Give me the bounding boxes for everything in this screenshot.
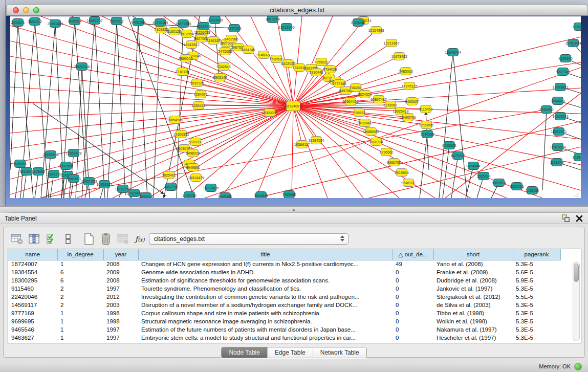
- table-cell[interactable]: 5.3E-5: [513, 260, 560, 268]
- table-row[interactable]: 946362711997Embryonic stem cells: a mode…: [8, 334, 560, 342]
- graph-node[interactable]: 9498222: [186, 149, 200, 157]
- table-cell[interactable]: Estimation of the future numbers of pati…: [138, 325, 393, 334]
- table-row[interactable]: 911546021997Tourette syndrome. Phenomeno…: [8, 285, 560, 293]
- delete-table-icon[interactable]: [99, 233, 113, 245]
- graph-node[interactable]: 19384554: [308, 137, 324, 144]
- table-row[interactable]: 1830029562008Estimation of significance …: [8, 276, 560, 285]
- table-cell[interactable]: 1997: [103, 334, 138, 342]
- graph-node[interactable]: 7294071: [193, 91, 207, 98]
- table-cell[interactable]: 0: [393, 276, 433, 285]
- graph-node[interactable]: 20691406: [47, 20, 63, 28]
- graph-node[interactable]: 9097588: [59, 162, 73, 170]
- table-cell[interactable]: 1: [57, 317, 103, 325]
- graph-node[interactable]: 16033809: [207, 16, 223, 24]
- graph-node[interactable]: 9474444: [466, 162, 480, 170]
- graph-node[interactable]: 9546332: [401, 179, 415, 187]
- table-cell[interactable]: Dudbridge et al. (2008): [433, 276, 513, 285]
- graph-node[interactable]: 9777169: [332, 80, 346, 87]
- graph-node[interactable]: 1640953: [420, 130, 434, 138]
- graph-node[interactable]: 1236662: [379, 148, 393, 156]
- splitter-handle-icon[interactable]: ▲: [292, 208, 296, 211]
- table-cell[interactable]: 18724007: [8, 260, 57, 268]
- graph-node[interactable]: 9115460: [419, 105, 433, 113]
- table-row[interactable]: 1872400712008Changes of HCN gene express…: [8, 260, 560, 268]
- table-cell[interactable]: 19384554: [8, 268, 57, 276]
- graph-node[interactable]: 8160128: [167, 28, 181, 35]
- table-cell[interactable]: Changes of HCN gene expression and I(f) …: [138, 260, 393, 268]
- graph-node[interactable]: 10807487: [371, 96, 386, 103]
- graph-node[interactable]: 8958923: [442, 142, 456, 149]
- table-cell[interactable]: 0: [393, 293, 433, 301]
- table-row[interactable]: 2242004622012Investigating the contribut…: [8, 293, 560, 301]
- graph-node[interactable]: 1611547: [573, 23, 581, 31]
- table-cell[interactable]: Embryonic stem cells: a model to study s…: [138, 334, 393, 342]
- table-cell[interactable]: 6: [57, 276, 103, 285]
- table-cell[interactable]: 2: [57, 293, 103, 301]
- table-cell[interactable]: 1998: [103, 309, 138, 317]
- table-cell[interactable]: 0: [393, 301, 433, 309]
- table-cell[interactable]: Corpus callosum shape and size in male p…: [138, 309, 393, 317]
- graph-node[interactable]: 1049239: [182, 192, 196, 199]
- float-panel-icon[interactable]: [562, 214, 570, 222]
- table-cell[interactable]: 9465546: [8, 325, 57, 334]
- table-cell[interactable]: Structural magnetic resonance image aver…: [138, 317, 393, 325]
- column-header-in_degree[interactable]: in_degree: [57, 249, 103, 260]
- graph-node[interactable]: 16154808: [368, 27, 384, 34]
- graph-node[interactable]: 1022036: [510, 183, 524, 190]
- graph-node[interactable]: 1143150: [526, 187, 539, 194]
- graph-node[interactable]: 10688609: [363, 128, 379, 136]
- table-cell[interactable]: 1: [57, 334, 103, 342]
- graph-node[interactable]: 5475685: [218, 48, 232, 55]
- graph-node[interactable]: 6794028: [323, 65, 337, 73]
- table-cell[interactable]: 1997: [103, 325, 138, 334]
- table-cell[interactable]: Jankovic et al. (1997): [433, 285, 513, 293]
- tab-network-table[interactable]: Network Table: [313, 347, 366, 358]
- table-cell[interactable]: 0: [393, 285, 433, 293]
- graph-node[interactable]: 9890105: [179, 55, 192, 62]
- graph-node[interactable]: 1244419: [551, 97, 564, 105]
- table-cell[interactable]: 5.5E-5: [513, 293, 560, 301]
- graph-node[interactable]: 9699695: [419, 121, 433, 129]
- table-cell[interactable]: Wolkin et al. (1998): [433, 317, 513, 325]
- graph-node[interactable]: 19654985: [167, 116, 183, 124]
- network-canvas[interactable]: 7163822816012889129541222605898275051654…: [10, 16, 581, 198]
- table-scrollbar-thumb[interactable]: [574, 264, 579, 282]
- graph-node[interactable]: 9242848: [216, 63, 230, 71]
- table-row[interactable]: 946554611997Estimation of the future num…: [8, 325, 560, 334]
- table-cell[interactable]: 18300295: [8, 276, 57, 285]
- graph-node[interactable]: 7515526: [197, 23, 210, 30]
- table-cell[interactable]: 1: [57, 325, 103, 334]
- table-cell[interactable]: 9777169: [8, 309, 57, 317]
- graph-node[interactable]: 9966790: [387, 159, 401, 166]
- column-header-name[interactable]: name: [8, 249, 57, 260]
- table-cell[interactable]: 14569117: [8, 301, 57, 309]
- panel-splitter[interactable]: ▲: [0, 206, 588, 212]
- deselect-rows-icon[interactable]: [61, 233, 75, 245]
- table-row[interactable]: 977716911998Corpus callosum shape and si…: [8, 309, 560, 317]
- table-cell[interactable]: 9463627: [8, 334, 57, 342]
- table-cell[interactable]: Nakamura et al. (1997): [433, 325, 513, 334]
- graph-node[interactable]: 9457791: [164, 183, 178, 191]
- graph-node[interactable]: 1830125: [190, 79, 204, 87]
- graph-node[interactable]: 8813054: [266, 16, 279, 23]
- graph-node[interactable]: 1693312: [28, 18, 41, 26]
- table-cell[interactable]: 2: [57, 285, 103, 293]
- graph-node[interactable]: 17359928: [66, 149, 81, 157]
- table-cell[interactable]: Tourette syndrome. Phenomenology and cla…: [138, 285, 393, 293]
- graph-node[interactable]: 1405514: [68, 17, 81, 25]
- select-column-icon[interactable]: [28, 233, 41, 245]
- table-cell[interactable]: 5.3E-5: [513, 301, 560, 309]
- graph-node[interactable]: 1019669: [395, 169, 408, 177]
- table-cell[interactable]: Yano et al. (2008): [433, 260, 513, 268]
- graph-node[interactable]: 6479197: [451, 152, 465, 160]
- table-scrollbar[interactable]: [573, 261, 580, 341]
- table-cell[interactable]: 2008: [103, 260, 138, 268]
- graph-node[interactable]: 9146821: [256, 51, 270, 59]
- graph-node[interactable]: 16914479: [188, 174, 204, 182]
- graph-node[interactable]: 1128379: [550, 159, 564, 166]
- table-cell[interactable]: 0: [393, 309, 433, 317]
- graph-node[interactable]: 3624554: [358, 91, 372, 98]
- graph-node[interactable]: 12213967: [383, 39, 399, 47]
- graph-node[interactable]: 2405571: [11, 19, 25, 27]
- graph-node-hub[interactable]: 18724007: [285, 101, 301, 111]
